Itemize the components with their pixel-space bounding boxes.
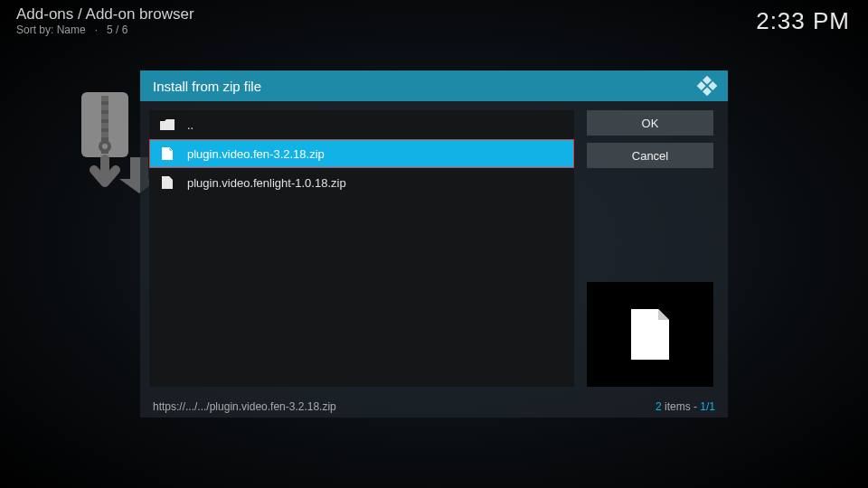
svg-rect-2 bbox=[101, 96, 108, 101]
sort-line: Sort by: Name · 5 / 6 bbox=[16, 23, 194, 36]
dialog-right-panel: OK Cancel bbox=[587, 110, 713, 387]
ok-button[interactable]: OK bbox=[587, 110, 713, 136]
file-preview-icon bbox=[629, 307, 671, 361]
svg-rect-10 bbox=[708, 81, 717, 90]
file-icon bbox=[160, 175, 175, 190]
svg-rect-6 bbox=[101, 132, 108, 137]
install-dialog: Install from zip file bbox=[140, 70, 728, 418]
preview-box bbox=[587, 282, 713, 387]
file-list[interactable]: .. plugin.video.fen-3.2.18.zip plugin.vi… bbox=[149, 110, 574, 387]
dialog-titlebar: Install from zip file bbox=[140, 70, 728, 101]
file-label: plugin.video.fen-3.2.18.zip bbox=[187, 147, 325, 161]
dialog-footer: https://.../.../plugin.video.fen-3.2.18.… bbox=[140, 396, 728, 418]
svg-rect-11 bbox=[697, 81, 706, 90]
screen: Add-ons / Add-on browser Sort by: Name ·… bbox=[0, 0, 868, 488]
footer-count: 2 items - 1/1 bbox=[656, 400, 715, 413]
svg-rect-5 bbox=[101, 123, 108, 128]
cancel-button[interactable]: Cancel bbox=[587, 143, 713, 168]
breadcrumb: Add-ons / Add-on browser bbox=[16, 5, 194, 23]
svg-rect-3 bbox=[101, 105, 108, 110]
sort-sep: · bbox=[89, 23, 104, 36]
svg-rect-9 bbox=[703, 76, 712, 85]
file-item-selected[interactable]: plugin.video.fen-3.2.18.zip bbox=[149, 139, 574, 168]
file-item-up[interactable]: .. bbox=[149, 110, 574, 139]
file-item[interactable]: plugin.video.fenlight-1.0.18.zip bbox=[149, 168, 574, 197]
file-label: .. bbox=[187, 118, 193, 132]
clock: 2:33 PM bbox=[756, 7, 850, 35]
item-count: 2 bbox=[656, 400, 662, 413]
page-count: 1/1 bbox=[700, 400, 715, 413]
svg-point-8 bbox=[102, 144, 108, 149]
item-label: items - bbox=[662, 400, 701, 413]
kodi-logo-icon bbox=[695, 74, 719, 101]
zip-install-icon bbox=[78, 89, 150, 197]
svg-rect-12 bbox=[703, 87, 712, 96]
svg-rect-4 bbox=[101, 114, 108, 119]
dialog-title: Install from zip file bbox=[153, 79, 261, 94]
file-icon bbox=[160, 146, 175, 161]
header: Add-ons / Add-on browser Sort by: Name ·… bbox=[16, 5, 194, 36]
sort-count: 5 / 6 bbox=[107, 23, 127, 36]
footer-path: https://.../.../plugin.video.fen-3.2.18.… bbox=[153, 400, 336, 413]
file-label: plugin.video.fenlight-1.0.18.zip bbox=[187, 176, 346, 190]
sort-label: Sort by: Name bbox=[16, 23, 86, 36]
folder-up-icon bbox=[160, 117, 175, 132]
dialog-body: .. plugin.video.fen-3.2.18.zip plugin.vi… bbox=[140, 101, 728, 396]
